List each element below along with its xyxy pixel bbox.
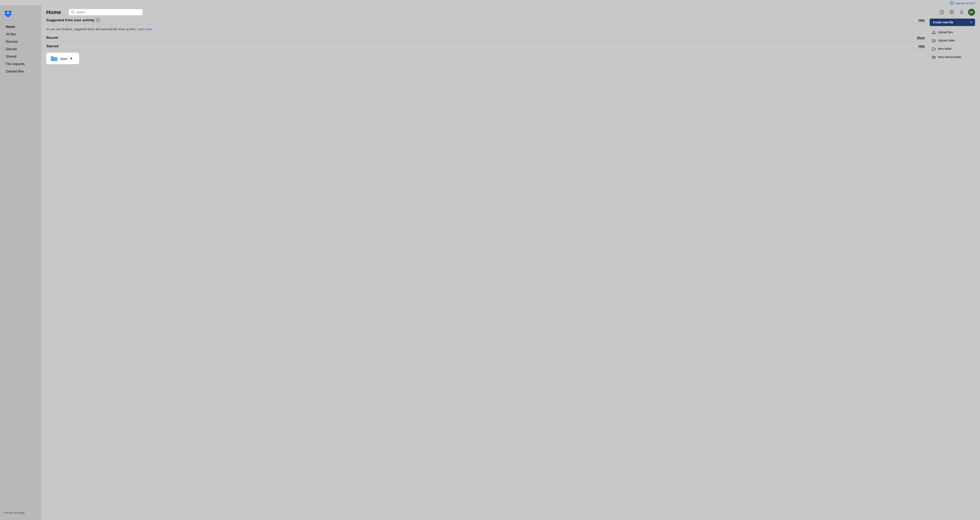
- search-input[interactable]: [76, 11, 140, 14]
- create-new-file-button[interactable]: Create new file ▾: [930, 19, 975, 26]
- apps-folder-card[interactable]: Apps ★: [46, 53, 79, 64]
- page-title: Home: [46, 9, 61, 16]
- upload-folder-icon: [932, 38, 936, 43]
- upgrade-account-link[interactable]: + Upgrade account: [950, 1, 975, 5]
- bell-icon: [959, 10, 964, 14]
- recent-section-header: Recent Show: [46, 36, 925, 42]
- right-panel: Create new file ▾ Upload files: [930, 18, 975, 66]
- recent-title: Recent: [46, 36, 58, 40]
- app-layout: Home All files Recents Starred Shared Fi…: [0, 5, 980, 520]
- info-icon[interactable]: i: [96, 18, 100, 22]
- chevron-down-icon: ▾: [970, 21, 972, 24]
- search-bar[interactable]: [68, 9, 143, 16]
- upgrade-label: Upgrade account: [955, 2, 975, 5]
- suggested-title-group: Suggested from your activity i: [46, 18, 100, 22]
- dropbox-logo-icon: [4, 10, 12, 18]
- sidebar-item-shared[interactable]: Shared: [2, 53, 40, 60]
- notifications-button[interactable]: [958, 9, 965, 16]
- learn-more-link[interactable]: Learn more: [137, 27, 152, 31]
- suggested-section: Suggested from your activity i Hide As y…: [46, 18, 925, 34]
- avatar[interactable]: DT: [968, 9, 975, 16]
- svg-text:?: ?: [941, 11, 943, 14]
- suggested-body: As you use Dropbox, suggested items will…: [46, 27, 925, 34]
- sidebar: Home All files Recents Starred Shared Fi…: [0, 5, 41, 520]
- recent-show-button[interactable]: Show: [917, 36, 925, 40]
- suggested-hide-button[interactable]: Hide: [918, 19, 925, 22]
- new-shared-folder-item[interactable]: New shared folder: [930, 53, 975, 61]
- upload-files-item[interactable]: Upload files: [930, 29, 975, 36]
- folder-icon: [50, 56, 58, 61]
- star-filled-icon: ★: [70, 57, 72, 60]
- help-icon: ?: [940, 10, 944, 14]
- content-area: Suggested from your activity i Hide As y…: [41, 18, 980, 71]
- content-main: Suggested from your activity i Hide As y…: [46, 18, 925, 66]
- apps-grid-button[interactable]: [948, 9, 955, 16]
- upload-folder-item[interactable]: Upload folder: [930, 37, 975, 44]
- starred-hide-button[interactable]: Hide: [918, 45, 925, 48]
- svg-rect-5: [932, 33, 935, 33]
- new-shared-folder-icon: [932, 55, 936, 59]
- sidebar-logo[interactable]: [0, 9, 41, 23]
- suggested-title: Suggested from your activity: [46, 18, 94, 22]
- new-folder-icon: [932, 47, 936, 51]
- svg-point-6: [934, 57, 934, 57]
- grid-icon: [950, 10, 954, 14]
- upgrade-plus-icon: +: [950, 1, 954, 5]
- header-icons: ? D: [938, 9, 975, 16]
- sidebar-item-recents[interactable]: Recents: [2, 38, 40, 45]
- sidebar-item-starred[interactable]: Starred: [2, 46, 40, 53]
- new-folder-item[interactable]: New folder: [930, 45, 975, 53]
- header-row: Home ?: [41, 5, 980, 18]
- svg-line-1: [73, 13, 74, 14]
- top-bar: + Upgrade account: [0, 0, 980, 5]
- search-icon: [71, 11, 75, 14]
- sidebar-item-file-requests[interactable]: File requests: [2, 61, 40, 67]
- privacy-legal-link[interactable]: Privacy and legal: [0, 509, 41, 517]
- starred-section-header: Starred Hide: [46, 44, 925, 50]
- sidebar-nav: Home All files Recents Starred Shared Fi…: [0, 23, 41, 509]
- starred-title: Starred: [46, 44, 59, 48]
- starred-section: Starred Hide Apps ★: [46, 44, 925, 64]
- sidebar-item-deleted-files[interactable]: Deleted files: [2, 68, 40, 75]
- suggested-section-header: Suggested from your activity i Hide: [46, 18, 925, 24]
- main-content: Home ?: [41, 5, 980, 520]
- starred-items: Apps ★: [46, 53, 925, 64]
- folder-name: Apps: [60, 57, 67, 60]
- recent-section: Recent Show: [46, 36, 925, 42]
- help-button[interactable]: ?: [938, 9, 945, 16]
- sidebar-item-home[interactable]: Home: [2, 23, 40, 30]
- sidebar-item-all-files[interactable]: All files: [2, 31, 40, 38]
- upload-files-icon: [932, 30, 936, 34]
